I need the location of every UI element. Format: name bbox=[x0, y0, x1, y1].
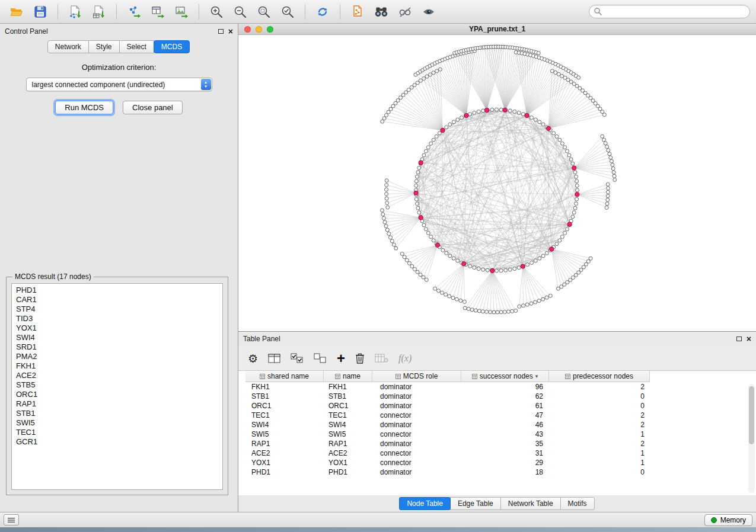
table-cell: ORC1 bbox=[245, 401, 324, 411]
column-header-shared-name[interactable]: shared name bbox=[245, 371, 324, 382]
column-label: shared name bbox=[267, 372, 309, 380]
import-network-button[interactable] bbox=[65, 2, 86, 21]
optimization-criterion-select[interactable]: largest connected component (undirected)… bbox=[26, 78, 212, 91]
table-row[interactable]: ORC1ORC1dominator610 bbox=[245, 401, 756, 411]
table-row[interactable]: TEC1TEC1connector472 bbox=[245, 411, 756, 420]
memory-button[interactable]: Memory bbox=[704, 514, 752, 526]
tab-network[interactable]: Network bbox=[47, 40, 89, 53]
close-panel-button[interactable]: Close panel bbox=[123, 101, 183, 114]
add-column-button[interactable]: + bbox=[337, 352, 345, 364]
result-list-item[interactable]: SWI5 bbox=[12, 418, 222, 428]
table-cell: FKH1 bbox=[245, 382, 324, 392]
result-list-item[interactable]: PHD1 bbox=[12, 286, 222, 295]
eye-icon bbox=[422, 5, 436, 19]
show-columns-button[interactable] bbox=[268, 353, 280, 364]
network-canvas[interactable] bbox=[238, 35, 756, 331]
tab-select[interactable]: Select bbox=[119, 40, 154, 53]
import-table-button[interactable] bbox=[88, 2, 110, 21]
result-list-item[interactable]: FKH1 bbox=[12, 361, 222, 371]
result-list-item[interactable]: STB1 bbox=[12, 409, 222, 418]
table-row[interactable]: STB1STB1dominator620 bbox=[245, 392, 756, 401]
table-cell: 0 bbox=[549, 467, 650, 477]
deselect-all-button[interactable] bbox=[314, 353, 327, 364]
column-header-MCDS-role[interactable]: MCDS role bbox=[372, 371, 461, 382]
column-header-name[interactable]: name bbox=[324, 371, 372, 382]
result-list-item[interactable]: SRD1 bbox=[12, 342, 222, 352]
result-list-item[interactable]: PMA2 bbox=[12, 352, 222, 361]
window-minimize-icon[interactable] bbox=[256, 26, 262, 33]
column-header-predecessor-nodes[interactable]: predecessor nodes bbox=[549, 371, 650, 382]
table-cell: 96 bbox=[461, 382, 549, 392]
toolbar-separator bbox=[116, 4, 117, 20]
result-list-item[interactable]: TEC1 bbox=[12, 428, 222, 437]
table-row[interactable]: ACE2ACE2connector311 bbox=[245, 448, 756, 458]
select-all-button[interactable] bbox=[291, 353, 304, 364]
tab-node-table[interactable]: Node Table bbox=[399, 497, 451, 510]
result-list-item[interactable]: STB5 bbox=[12, 380, 222, 390]
result-list-item[interactable]: GCR1 bbox=[12, 437, 222, 447]
table-row[interactable]: PHD1PHD1dominator180 bbox=[245, 467, 756, 477]
toolbar-separator bbox=[199, 4, 199, 20]
scrollbar-thumb[interactable] bbox=[749, 386, 754, 444]
refresh-button[interactable] bbox=[312, 2, 333, 21]
table-scrollbar[interactable] bbox=[748, 384, 755, 493]
table-row[interactable]: SWI5SWI5connector431 bbox=[245, 430, 756, 439]
table-cell: 1 bbox=[549, 430, 650, 439]
columns-icon bbox=[268, 353, 280, 364]
delete-table-button[interactable] bbox=[375, 354, 388, 363]
status-list-button[interactable] bbox=[4, 514, 19, 525]
search-input[interactable] bbox=[589, 5, 750, 18]
show-all-button[interactable] bbox=[418, 2, 439, 21]
window-maximize-icon[interactable] bbox=[267, 26, 273, 33]
clone-network-button[interactable] bbox=[347, 2, 368, 21]
table-cell: TEC1 bbox=[324, 411, 372, 420]
table-row[interactable]: FKH1FKH1dominator962 bbox=[245, 382, 756, 392]
table-row[interactable]: RAP1RAP1dominator352 bbox=[245, 439, 756, 448]
zoom-out-icon bbox=[233, 5, 247, 19]
function-builder-button[interactable]: f(x) bbox=[398, 353, 412, 364]
result-list-item[interactable]: CAR1 bbox=[12, 295, 222, 305]
close-table-panel-icon[interactable]: × bbox=[747, 336, 751, 342]
zoom-selected-button[interactable] bbox=[277, 2, 298, 21]
export-table-button[interactable] bbox=[147, 2, 168, 21]
mcds-result-list: PHD1CAR1STP4TID3YOX1SWI4SRD1PMA2FKH1ACE2… bbox=[11, 283, 223, 490]
export-network-icon bbox=[127, 5, 141, 19]
result-list-item[interactable]: SWI4 bbox=[12, 333, 222, 342]
table-cell: 46 bbox=[461, 420, 549, 430]
tab-edge-table[interactable]: Edge Table bbox=[450, 497, 501, 510]
save-session-button[interactable] bbox=[30, 2, 51, 21]
control-panel-header: Control Panel × bbox=[0, 24, 238, 39]
tab-network-table[interactable]: Network Table bbox=[500, 497, 561, 510]
find-button[interactable] bbox=[371, 2, 392, 21]
zoom-out-button[interactable] bbox=[229, 2, 251, 21]
float-table-panel-icon[interactable] bbox=[736, 336, 742, 341]
result-list-item[interactable]: STP4 bbox=[12, 305, 222, 314]
tab-motifs[interactable]: Motifs bbox=[560, 497, 595, 510]
export-image-button[interactable] bbox=[171, 2, 192, 21]
close-panel-icon[interactable]: × bbox=[228, 28, 233, 34]
table-cell: ACE2 bbox=[324, 448, 372, 458]
float-panel-icon[interactable] bbox=[218, 29, 224, 34]
result-list-item[interactable]: ORC1 bbox=[12, 390, 222, 399]
result-list-item[interactable]: ACE2 bbox=[12, 371, 222, 380]
window-close-icon[interactable] bbox=[244, 26, 251, 33]
column-header-successor-nodes[interactable]: successor nodes▾ bbox=[461, 371, 549, 382]
tab-mcds[interactable]: MCDS bbox=[154, 40, 190, 53]
run-mcds-button[interactable]: Run MCDS bbox=[55, 101, 113, 114]
result-list-item[interactable]: TID3 bbox=[12, 314, 222, 323]
delete-column-button[interactable] bbox=[355, 352, 365, 364]
table-row[interactable]: YOX1YOX1connector291 bbox=[245, 458, 756, 467]
table-row[interactable]: SWI4SWI4dominator462 bbox=[245, 420, 756, 430]
table-cell: 31 bbox=[461, 448, 549, 458]
export-network-button[interactable] bbox=[123, 2, 145, 21]
column-grid-icon bbox=[335, 374, 340, 379]
column-grid-icon bbox=[472, 374, 477, 379]
hide-selected-button[interactable] bbox=[394, 2, 416, 21]
open-file-button[interactable] bbox=[6, 2, 27, 21]
zoom-in-button[interactable] bbox=[206, 2, 227, 21]
result-list-item[interactable]: YOX1 bbox=[12, 323, 222, 333]
table-settings-button[interactable]: ⚙ bbox=[248, 352, 258, 364]
tab-style[interactable]: Style bbox=[88, 40, 120, 53]
zoom-fit-button[interactable] bbox=[253, 2, 275, 21]
result-list-item[interactable]: RAP1 bbox=[12, 399, 222, 409]
